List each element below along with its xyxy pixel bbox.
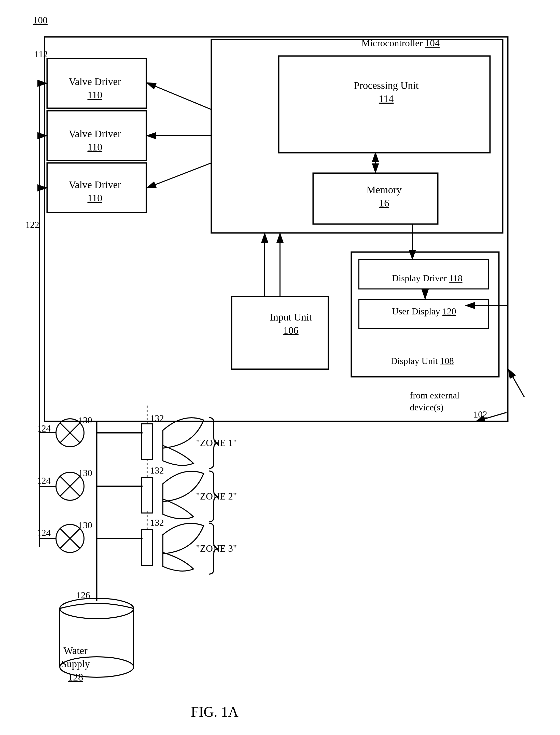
svg-line-57 [476,412,507,421]
svg-rect-46 [141,424,153,460]
svg-rect-8 [359,260,489,289]
svg-rect-9 [359,299,489,328]
diagram: 100 112 122 Microcontroller 104 Processi… [0,0,560,735]
svg-rect-50 [141,530,153,565]
svg-point-56 [60,657,134,677]
svg-rect-5 [279,56,490,153]
svg-line-19 [147,163,211,188]
svg-line-22 [508,369,524,397]
svg-rect-3 [45,37,508,421]
svg-rect-48 [141,477,153,513]
svg-rect-13 [47,163,146,213]
svg-point-53 [60,598,134,619]
svg-rect-6 [313,173,438,224]
svg-line-17 [147,83,211,109]
svg-rect-10 [232,297,328,369]
svg-rect-4 [211,39,503,233]
svg-rect-7 [351,252,499,377]
svg-rect-11 [47,59,146,108]
diagram-svg [0,0,560,735]
svg-rect-12 [47,111,146,160]
